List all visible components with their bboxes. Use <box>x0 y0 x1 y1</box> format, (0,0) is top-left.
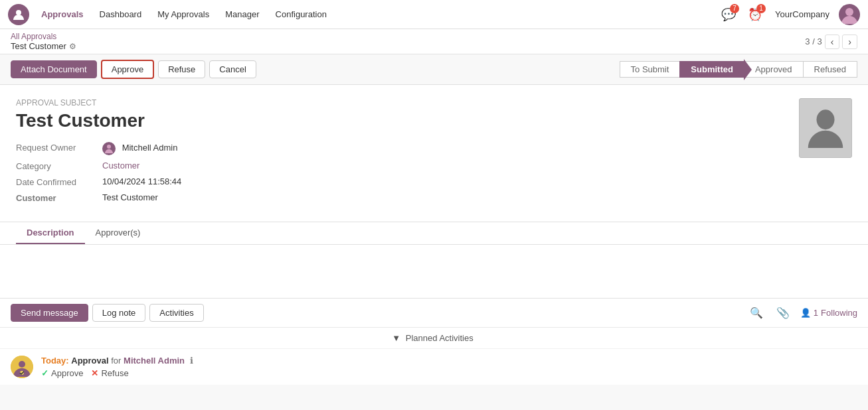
top-navigation: Approvals Dashboard My Approvals Manager… <box>0 0 868 29</box>
refuse-action-label: Refuse <box>101 368 128 378</box>
approval-avatar <box>799 98 852 158</box>
field-row-date: Date Confirmed 10/04/2024 11:58:44 <box>16 176 783 187</box>
activity-type: Approval <box>71 356 108 366</box>
status-bar: To Submit Submitted Approved Refused <box>620 61 857 78</box>
activities-button-chatter[interactable]: Activities <box>149 304 203 322</box>
breadcrumb-bar: All Approvals Test Customer ⚙ 3 / 3 ‹ › <box>0 29 868 54</box>
activity-actions: ✓ Approve ✕ Refuse <box>41 368 857 378</box>
tab-description[interactable]: Description <box>16 222 85 244</box>
approve-action-label: Approve <box>51 368 83 378</box>
category-label: Category <box>16 161 102 171</box>
following-button[interactable]: 👤 1 Following <box>800 308 857 318</box>
followers-count: 1 <box>814 308 818 318</box>
chatter-right: 🔍 📎 👤 1 Following <box>747 305 857 320</box>
prev-record-button[interactable]: ‹ <box>825 34 840 49</box>
main-content: Approval Subject Test Customer Request O… <box>0 85 868 298</box>
activity-content: Today: Approval for Mitchell Admin ℹ ✓ A… <box>41 356 857 378</box>
date-label: Date Confirmed <box>16 176 102 187</box>
field-row-category: Category Customer <box>16 161 783 171</box>
cancel-button[interactable]: Cancel <box>209 60 256 78</box>
activity-summary: Today: Approval for Mitchell Admin ℹ <box>41 356 857 366</box>
nav-my-approvals[interactable]: My Approvals <box>151 5 216 23</box>
customer-value: Test Customer <box>102 192 158 202</box>
field-row-owner: Request Owner Mitchell Admin <box>16 142 783 155</box>
planned-activities-header: ▼ Planned Activities <box>0 327 868 348</box>
approval-subject-label: Approval Subject <box>16 98 783 107</box>
tabs-bar: Description Approver(s) <box>0 222 868 245</box>
form-left: Approval Subject Test Customer Request O… <box>16 98 783 208</box>
field-row-customer: Customer Test Customer <box>16 192 783 203</box>
tab-approvers[interactable]: Approver(s) <box>85 222 151 244</box>
attach-document-button[interactable]: Attach Document <box>11 60 97 78</box>
log-note-button[interactable]: Log note <box>92 304 146 322</box>
date-value: 10/04/2024 11:58:44 <box>102 176 181 186</box>
customer-label: Customer <box>16 192 102 203</box>
nav-approvals[interactable]: Approvals <box>35 5 90 23</box>
user-avatar[interactable] <box>839 4 860 25</box>
owner-name: Mitchell Admin <box>122 143 178 153</box>
follower-icon: 👤 <box>800 308 811 318</box>
owner-value: Mitchell Admin <box>102 142 177 155</box>
approve-button[interactable]: Approve <box>101 60 154 79</box>
breadcrumb-nav: 3 / 3 ‹ › <box>805 34 857 49</box>
nav-dashboard[interactable]: Dashboard <box>93 5 149 23</box>
activity-today: Today: <box>41 356 69 366</box>
nav-right: 💬 7 ⏰ 1 YourCompany <box>718 4 860 25</box>
activity-approve-action[interactable]: ✓ Approve <box>41 368 83 378</box>
svg-point-2 <box>107 145 111 149</box>
approval-title: Test Customer <box>16 110 783 131</box>
status-approved[interactable]: Approved <box>744 61 804 78</box>
svg-point-3 <box>817 109 835 129</box>
search-icon[interactable]: 🔍 <box>747 305 766 320</box>
following-label: Following <box>821 308 857 318</box>
activity-refuse-action[interactable]: ✕ Refuse <box>91 368 128 378</box>
svg-point-1 <box>845 8 853 16</box>
svg-point-5 <box>19 361 25 368</box>
status-refused[interactable]: Refused <box>803 61 857 78</box>
activity-item: Today: Approval for Mitchell Admin ℹ ✓ A… <box>0 348 868 385</box>
company-name: YourCompany <box>775 9 829 19</box>
activities-button[interactable]: ⏰ 1 <box>744 4 766 25</box>
breadcrumb-parent[interactable]: All Approvals <box>11 32 76 41</box>
activity-user: Mitchell Admin <box>124 356 185 366</box>
breadcrumb-current: Test Customer ⚙ <box>11 41 76 51</box>
nav-configuration[interactable]: Configuration <box>269 5 333 23</box>
form-area: Approval Subject Test Customer Request O… <box>0 85 868 222</box>
svg-point-0 <box>16 10 21 15</box>
messages-badge: 7 <box>730 4 739 13</box>
app-logo <box>8 4 29 25</box>
refuse-button[interactable]: Refuse <box>158 60 205 78</box>
activity-for: for <box>111 356 124 366</box>
pagination-label: 3 / 3 <box>805 36 822 46</box>
status-to-submit[interactable]: To Submit <box>620 61 681 78</box>
chatter-left: Send message Log note Activities <box>11 304 204 322</box>
collapse-icon[interactable]: ▼ <box>392 333 400 343</box>
tab-content-description <box>0 245 868 298</box>
planned-activities-label: Planned Activities <box>406 333 474 343</box>
category-value[interactable]: Customer <box>102 161 139 171</box>
status-submitted[interactable]: Submitted <box>679 61 744 78</box>
x-icon: ✕ <box>91 368 98 378</box>
nav-manager[interactable]: Manager <box>218 5 266 23</box>
chatter-bar: Send message Log note Activities 🔍 📎 👤 1… <box>0 298 868 327</box>
owner-avatar <box>102 142 116 155</box>
toolbar: Attach Document Approve Refuse Cancel To… <box>0 54 868 85</box>
breadcrumb-current-label: Test Customer <box>11 41 66 51</box>
toolbar-left: Attach Document Approve Refuse Cancel <box>11 60 256 79</box>
send-message-button[interactable]: Send message <box>11 304 88 322</box>
attachment-icon[interactable]: 📎 <box>774 305 792 320</box>
checkmark-icon: ✓ <box>41 368 48 378</box>
activity-user-avatar <box>11 356 33 378</box>
breadcrumb-left: All Approvals Test Customer ⚙ <box>11 32 76 51</box>
next-record-button[interactable]: › <box>842 34 857 49</box>
info-icon[interactable]: ℹ <box>190 356 193 366</box>
form-right <box>799 98 852 208</box>
messages-button[interactable]: 💬 7 <box>718 4 739 25</box>
nav-links: Approvals Dashboard My Approvals Manager… <box>35 5 718 23</box>
settings-icon[interactable]: ⚙ <box>69 42 76 51</box>
owner-label: Request Owner <box>16 142 102 153</box>
activities-badge: 1 <box>756 4 766 13</box>
